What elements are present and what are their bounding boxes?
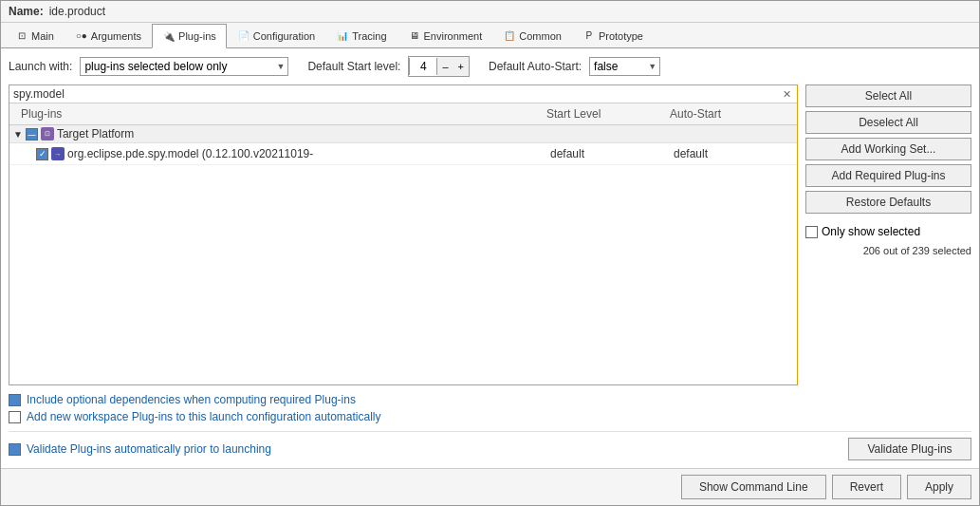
tab-plugins-label: Plug-ins [178, 30, 216, 42]
add-new-workspace-label: Add new workspace Plug-ins to this launc… [27, 410, 381, 423]
tab-arguments-label: Arguments [91, 30, 141, 42]
name-label: Name: [9, 5, 44, 18]
include-optional-checkbox[interactable] [9, 394, 21, 406]
prototype-tab-icon: P [582, 29, 596, 43]
col-start-level: Start Level [543, 105, 666, 122]
search-row: ✕ [9, 85, 797, 103]
deselect-all-button[interactable]: Deselect All [805, 111, 971, 134]
add-new-workspace-checkbox[interactable] [9, 411, 21, 423]
start-level-increment-button[interactable]: + [453, 57, 469, 76]
tab-common[interactable]: 📋 Common [492, 23, 572, 47]
table-group-row: ▼ ⊡ Target Platform [9, 125, 797, 143]
tracing-tab-icon: 📊 [336, 29, 349, 43]
main-tab-icon: ⊡ [15, 29, 28, 43]
validate-label: Validate Plug-ins automatically prior to… [27, 442, 271, 456]
col-plugins: Plug-ins [17, 105, 543, 122]
tab-arguments[interactable]: ○● Arguments [65, 23, 152, 47]
tab-bar: ⊡ Main ○● Arguments 🔌 Plug-ins 📄 Configu… [1, 23, 979, 48]
validate-left: Validate Plug-ins automatically prior to… [9, 442, 271, 456]
only-show-checkbox[interactable] [805, 226, 818, 238]
table-row: → org.eclipse.pde.spy.model (0.12.100.v2… [9, 143, 797, 165]
tab-tracing-label: Tracing [352, 30, 386, 42]
tab-plugins[interactable]: 🔌 Plug-ins [152, 24, 227, 48]
group-checkbox[interactable] [26, 128, 38, 141]
plugin-name: org.eclipse.pde.spy.model (0.12.100.v202… [67, 147, 313, 160]
footer: Show Command Line Revert Apply [1, 468, 979, 505]
name-value: ide.product [49, 5, 105, 18]
include-optional-row: Include optional dependencies when compu… [9, 393, 971, 406]
plugin-start-level: default [546, 145, 670, 162]
right-panel: Select All Deselect All Add Working Set.… [805, 84, 971, 385]
only-show-label: Only show selected [822, 225, 920, 238]
configuration-tab-icon: 📄 [237, 29, 250, 43]
plugin-auto-start: default [670, 145, 793, 162]
apply-button[interactable]: Apply [907, 475, 971, 499]
validate-plugins-button[interactable]: Validate Plug-ins [848, 438, 971, 460]
auto-start-wrapper: false true ▼ [589, 57, 660, 76]
content-area: Launch with: plug-ins selected below onl… [1, 48, 979, 468]
launch-with-wrapper: plug-ins selected below only the target … [80, 57, 288, 76]
validate-checkbox[interactable] [9, 443, 21, 456]
select-all-button[interactable]: Select All [805, 84, 971, 107]
tab-common-label: Common [519, 30, 562, 42]
launch-with-select[interactable]: plug-ins selected below only the target … [80, 57, 288, 76]
tab-main[interactable]: ⊡ Main [5, 23, 65, 47]
restore-defaults-button[interactable]: Restore Defaults [805, 191, 971, 214]
launch-row: Launch with: plug-ins selected below onl… [9, 56, 971, 77]
show-command-line-button[interactable]: Show Command Line [681, 475, 826, 499]
plugin-icon: → [51, 147, 65, 160]
arguments-tab-icon: ○● [75, 29, 88, 43]
start-level-decrement-button[interactable]: – [437, 57, 453, 76]
tab-environment[interactable]: 🖥 Environment [398, 23, 493, 47]
group-expand-icon[interactable]: ▼ [13, 129, 23, 140]
col-auto-start: Auto-Start [666, 105, 789, 122]
environment-tab-icon: 🖥 [408, 29, 421, 43]
tab-environment-label: Environment [424, 30, 483, 42]
default-auto-start-label: Default Auto-Start: [489, 60, 582, 73]
only-show-row: Only show selected [805, 225, 971, 238]
group-cell: ▼ ⊡ Target Platform [13, 127, 546, 141]
start-level-spinner: 4 – + [408, 56, 470, 77]
add-required-button[interactable]: Add Required Plug-ins [805, 164, 971, 187]
add-working-set-button[interactable]: Add Working Set... [805, 138, 971, 160]
plugin-name-cell: → org.eclipse.pde.spy.model (0.12.100.v2… [13, 147, 546, 160]
tab-configuration-label: Configuration [253, 30, 315, 42]
search-input[interactable] [13, 87, 781, 101]
search-clear-icon[interactable]: ✕ [781, 88, 793, 101]
plugins-tab-icon: 🔌 [162, 29, 176, 43]
tab-prototype-label: Prototype [599, 30, 643, 42]
count-text: 206 out of 239 selected [863, 245, 971, 256]
main-window: Name: ide.product ⊡ Main ○● Arguments 🔌 … [0, 0, 980, 506]
include-optional-label: Include optional dependencies when compu… [27, 393, 356, 406]
common-tab-icon: 📋 [503, 29, 516, 43]
group-name: Target Platform [57, 127, 134, 141]
group-platform-icon: ⊡ [41, 127, 54, 141]
bottom-options: Include optional dependencies when compu… [9, 393, 971, 423]
tab-configuration[interactable]: 📄 Configuration [227, 23, 325, 47]
start-level-value: 4 [409, 58, 437, 75]
table-header: Plug-ins Start Level Auto-Start [9, 103, 797, 125]
add-new-workspace-row: Add new workspace Plug-ins to this launc… [9, 410, 971, 423]
revert-button[interactable]: Revert [832, 475, 901, 499]
plugin-checkbox[interactable] [36, 148, 48, 160]
validate-row: Validate Plug-ins automatically prior to… [9, 431, 971, 460]
plugins-panel: ✕ Plug-ins Start Level Auto-Start ▼ ⊡ [9, 84, 798, 385]
main-area: ✕ Plug-ins Start Level Auto-Start ▼ ⊡ [9, 84, 971, 385]
name-bar: Name: ide.product [1, 1, 979, 23]
tab-tracing[interactable]: 📊 Tracing [325, 23, 397, 47]
tab-main-label: Main [31, 30, 54, 42]
table-body: ▼ ⊡ Target Platform → org.ecl [9, 125, 797, 384]
default-start-level-label: Default Start level: [307, 60, 400, 73]
launch-with-label: Launch with: [9, 60, 72, 73]
tab-prototype[interactable]: P Prototype [572, 23, 654, 47]
auto-start-select[interactable]: false true [589, 57, 660, 76]
